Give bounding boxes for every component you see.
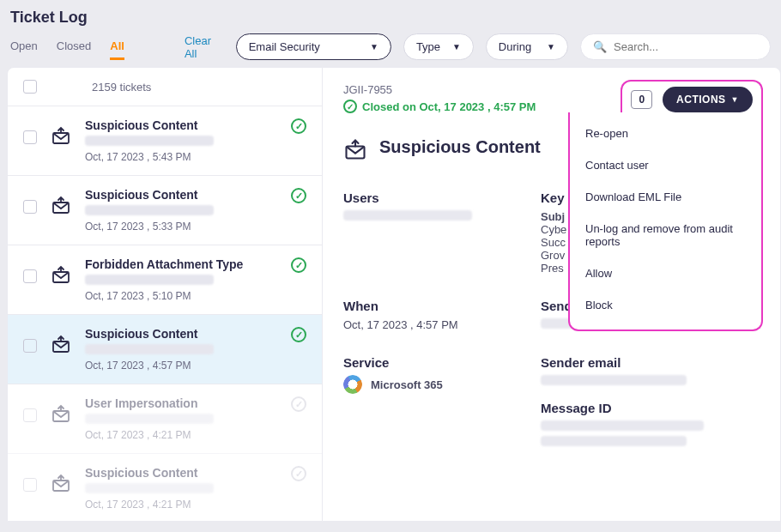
service-value: Microsoft 365	[371, 378, 443, 391]
row-checkbox[interactable]	[23, 269, 37, 283]
row-email-redacted	[85, 205, 214, 215]
message-id-redacted	[541, 436, 687, 446]
tabs: Open Closed All	[10, 34, 124, 60]
message-id-redacted	[541, 420, 704, 431]
search-icon: 🔍	[593, 40, 607, 53]
check-circle-icon: ✓	[343, 100, 357, 113]
row-checkbox[interactable]	[23, 339, 37, 353]
select-all-checkbox[interactable]	[23, 80, 37, 94]
service-label: Service	[343, 355, 524, 370]
actions-menu-item[interactable]: Block	[570, 289, 761, 321]
ticket-row[interactable]: Forbidden Attachment Type Oct, 17 2023 ,…	[8, 245, 322, 315]
chevron-down-icon: ▼	[370, 42, 378, 51]
row-title: User Impersonation	[85, 396, 306, 410]
row-email-redacted	[85, 483, 214, 493]
microsoft365-icon	[343, 375, 362, 394]
row-title: Suspicious Content	[85, 466, 306, 480]
when-label: When	[343, 299, 524, 313]
mail-icon	[49, 471, 73, 495]
chevron-down-icon: ▼	[547, 42, 555, 51]
ticket-row[interactable]: User Impersonation Oct, 17 2023 , 4:21 P…	[8, 384, 322, 454]
chevron-down-icon: ▼	[731, 95, 739, 104]
row-email-redacted	[85, 275, 214, 285]
filter-type-label: Type	[416, 40, 440, 53]
search-field[interactable]: 🔍	[580, 33, 771, 60]
count-badge: 0	[631, 90, 652, 109]
actions-menu-item[interactable]: Allow	[570, 257, 761, 289]
row-date: Oct, 17 2023 , 5:33 PM	[85, 221, 306, 233]
ticket-row[interactable]: Suspicious Content Oct, 17 2023 , 5:43 P…	[8, 106, 322, 176]
sender-email-label: Sender email	[541, 355, 760, 370]
search-input[interactable]	[614, 40, 758, 53]
actions-menu-item[interactable]: Contact user	[570, 149, 761, 181]
row-checkbox[interactable]	[23, 408, 37, 422]
users-label: Users	[343, 190, 524, 205]
message-id-label: Message ID	[541, 401, 760, 415]
row-title: Suspicious Content	[85, 118, 306, 132]
topbar: Open Closed All Clear All Email Security…	[10, 33, 771, 67]
row-date: Oct, 17 2023 , 4:21 PM	[85, 429, 306, 441]
when-value: Oct, 17 2023 , 4:57 PM	[343, 318, 524, 331]
filter-type[interactable]: Type ▼	[403, 33, 474, 60]
tab-closed[interactable]: Closed	[57, 34, 91, 60]
list-header: 2159 tickets	[8, 68, 322, 106]
row-title: Forbidden Attachment Type	[85, 257, 306, 271]
actions-menu-item[interactable]: Un-log and remove from audit reports	[570, 213, 761, 257]
row-checkbox[interactable]	[23, 200, 37, 214]
row-email-redacted	[85, 136, 214, 146]
row-title: Suspicious Content	[85, 188, 306, 202]
ticket-row[interactable]: Suspicious Content Oct, 17 2023 , 4:21 P…	[8, 454, 322, 522]
page-title: Ticket Log	[10, 9, 771, 27]
row-date: Oct, 17 2023 , 5:10 PM	[85, 290, 306, 302]
mail-icon	[49, 402, 73, 426]
mail-icon	[49, 332, 73, 356]
clear-all-link[interactable]: Clear All	[185, 34, 224, 60]
row-checkbox[interactable]	[23, 478, 37, 492]
sender-email-redacted	[541, 375, 687, 385]
mail-icon	[343, 137, 367, 161]
actions-menu: Re-openContact userDownload EML FileUn-l…	[568, 112, 763, 331]
row-date: Oct, 17 2023 , 5:43 PM	[85, 151, 306, 163]
ticket-detail-panel: JGII-7955 ✓ Closed on Oct, 17 2023 , 4:5…	[323, 67, 781, 522]
ticket-row[interactable]: Suspicious Content Oct, 17 2023 , 4:57 P…	[8, 315, 322, 384]
row-date: Oct, 17 2023 , 4:57 PM	[85, 360, 306, 372]
check-circle-icon: ✓	[291, 188, 306, 203]
filter-category-label: Email Security	[249, 40, 320, 53]
actions-button-label: ACTIONS	[676, 94, 726, 106]
ticket-title: Suspicious Content	[379, 137, 541, 157]
row-date: Oct, 17 2023 , 4:21 PM	[85, 499, 306, 511]
tab-open[interactable]: Open	[10, 34, 38, 60]
mail-icon	[49, 193, 73, 217]
check-circle-icon: ✓	[291, 257, 306, 273]
check-circle-icon: ✓	[291, 118, 306, 134]
row-email-redacted	[85, 414, 214, 424]
filter-during[interactable]: During ▼	[486, 33, 568, 60]
check-circle-icon: ✓	[291, 327, 306, 342]
row-checkbox[interactable]	[23, 130, 37, 144]
check-circle-icon: ✓	[291, 396, 306, 412]
mail-icon	[49, 263, 73, 287]
ticket-count: 2159 tickets	[92, 81, 151, 94]
ticket-row[interactable]: Suspicious Content Oct, 17 2023 , 5:33 P…	[8, 176, 322, 245]
actions-button[interactable]: ACTIONS ▼	[663, 87, 753, 112]
actions-menu-item[interactable]: Download EML File	[570, 181, 761, 213]
chevron-down-icon: ▼	[452, 42, 461, 51]
check-circle-icon: ✓	[291, 466, 306, 481]
tab-all[interactable]: All	[110, 34, 124, 60]
filter-during-label: During	[499, 40, 531, 53]
closed-status-text: Closed on Oct, 17 2023 , 4:57 PM	[362, 100, 536, 113]
mail-icon	[49, 124, 73, 148]
ticket-list-panel: 2159 tickets Suspicious Content Oct, 17 …	[7, 67, 323, 522]
row-email-redacted	[85, 344, 214, 354]
filter-category[interactable]: Email Security ▼	[236, 33, 391, 60]
actions-menu-item[interactable]: Re-open	[570, 118, 761, 149]
row-title: Suspicious Content	[85, 327, 306, 341]
users-value-redacted	[343, 210, 472, 221]
